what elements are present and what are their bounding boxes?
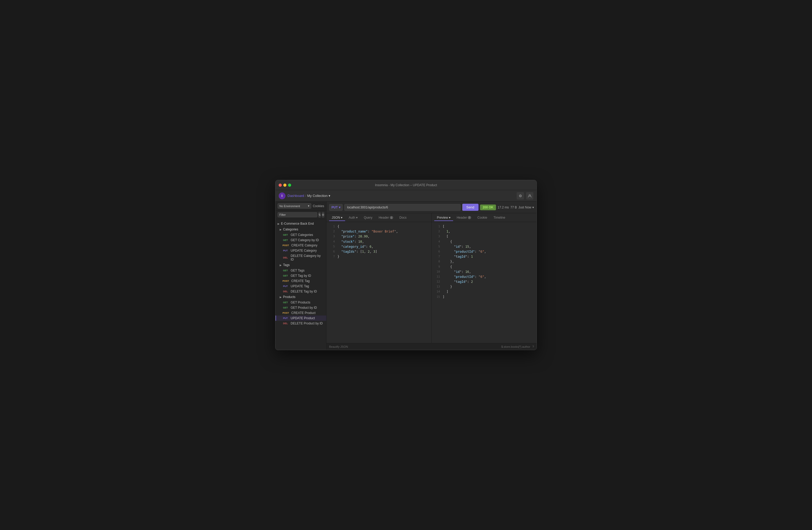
- add-button[interactable]: ⚙: [322, 212, 324, 218]
- sidebar-item-create-product[interactable]: POST CREATE Product: [275, 310, 326, 316]
- section-header-tags[interactable]: ▶ Tags: [275, 262, 326, 268]
- code-line: 5 "category_id": 6,: [327, 244, 431, 249]
- bottom-bar-right: $.store.books[*].author ?: [501, 345, 534, 348]
- code-line: 1 {: [327, 224, 431, 229]
- code-line: 15 ]: [432, 295, 537, 299]
- sort-button[interactable]: ⇅: [318, 212, 321, 218]
- tab-query[interactable]: Query: [361, 214, 375, 221]
- sidebar-item-get-tags[interactable]: GET GET Tags: [275, 268, 326, 273]
- filter-input[interactable]: [278, 212, 317, 217]
- sidebar-item-get-tag-by-id[interactable]: GET GET Tag by ID: [275, 273, 326, 278]
- sidebar-item-update-tag[interactable]: PUT UPDATE Tag: [275, 283, 326, 289]
- maximize-button[interactable]: [288, 184, 291, 187]
- code-line: 4 {: [432, 239, 537, 244]
- section-header-categories[interactable]: ▶ Categories: [275, 226, 326, 232]
- products-folder-icon: ▶: [280, 296, 282, 298]
- code-line: 2 "product_name": "Boxer Brief",: [327, 229, 431, 234]
- categories-folder-icon: ▶: [280, 228, 282, 231]
- tab-json[interactable]: JSON ▾: [329, 214, 345, 221]
- request-body-editor[interactable]: 1 { 2 "product_name": "Boxer Brief", 3 "…: [327, 222, 431, 343]
- tab-preview[interactable]: Preview ▾: [434, 214, 453, 221]
- method-badge-post: POST: [282, 279, 290, 282]
- sidebar-item-get-products[interactable]: GET GET Products: [275, 300, 326, 305]
- code-line: 8 },: [432, 259, 537, 264]
- env-selector[interactable]: No Environment ▾: [278, 203, 311, 209]
- response-size: 77 B: [510, 206, 517, 209]
- tab-docs[interactable]: Docs: [397, 214, 409, 221]
- section-header-products[interactable]: ▶ Products: [275, 294, 326, 300]
- tab-cookie[interactable]: Cookie: [475, 214, 490, 221]
- method-badge-post: POST: [282, 244, 290, 247]
- tab-response-header[interactable]: Header 7: [454, 214, 474, 221]
- jsonpath-filter[interactable]: $.store.books[*].author: [501, 345, 530, 348]
- nav-collection[interactable]: My Collection ▾: [307, 194, 330, 198]
- item-label: DELETE Tag by ID: [291, 290, 317, 293]
- sidebar-item-get-categories[interactable]: GET GET Categories: [275, 232, 326, 237]
- url-input[interactable]: [344, 204, 461, 211]
- method-badge-del: DEL: [282, 322, 289, 325]
- method-badge-get: GET: [282, 233, 289, 236]
- method-badge-get: GET: [282, 239, 289, 242]
- traffic-lights: [279, 184, 291, 187]
- tab-header[interactable]: Header 1: [376, 214, 395, 221]
- tab-auth[interactable]: Auth ▾: [346, 214, 360, 221]
- method-badge-put: PUT: [282, 249, 289, 252]
- tab-timeline[interactable]: Timeline: [491, 214, 508, 221]
- sidebar-item-delete-product[interactable]: DEL DELETE Product by ID: [275, 321, 326, 326]
- item-label: CREATE Product: [291, 311, 316, 315]
- minimize-button[interactable]: [283, 184, 287, 187]
- code-line: 11 "productId": "6",: [432, 275, 537, 279]
- help-icon[interactable]: ?: [532, 345, 534, 348]
- user-button[interactable]: [526, 192, 533, 199]
- sidebar-item-delete-category[interactable]: DEL DELETE Category by ID: [275, 253, 326, 262]
- item-label: GET Product by ID: [291, 306, 317, 309]
- item-label: GET Products: [291, 301, 310, 304]
- settings-button[interactable]: ⚙: [517, 192, 524, 199]
- method-badge-get: GET: [282, 306, 289, 309]
- sidebar-item-delete-tag[interactable]: DEL DELETE Tag by ID: [275, 289, 326, 294]
- cookies-button[interactable]: Cookies: [313, 204, 324, 208]
- send-button[interactable]: Send: [462, 204, 478, 211]
- sidebar-item-get-category-by-id[interactable]: GET GET Category by ID: [275, 237, 326, 243]
- code-line: 12 "tagId": 2: [432, 279, 537, 284]
- request-tab-bar: JSON ▾ Auth ▾ Query Header 1 Docs: [327, 213, 431, 222]
- sidebar-item-update-category[interactable]: PUT UPDATE Category: [275, 248, 326, 253]
- item-label: DELETE Product by ID: [291, 322, 323, 325]
- item-label: GET Categories: [291, 233, 313, 237]
- method-badge-del: DEL: [282, 256, 289, 259]
- response-panel: Preview ▾ Header 7 Cookie Timeline 1: [432, 213, 537, 343]
- method-selector[interactable]: PUT ▾: [329, 204, 343, 211]
- bottom-bar-left: Beautify JSON: [329, 345, 501, 348]
- logo-icon: I: [281, 194, 282, 198]
- code-line: 14 ]: [432, 289, 537, 294]
- request-bar: PUT ▾ Send 200 OK 17.2 ms 77 B Just Now …: [327, 201, 537, 213]
- sidebar: No Environment ▾ Cookies ⇅ ⚙ ▶ E-Commerc…: [275, 201, 327, 350]
- code-line: 6 "tagIds": [1, 2, 3]: [327, 249, 431, 254]
- tags-folder-icon: ▶: [280, 264, 282, 267]
- products-label: Products: [283, 295, 295, 299]
- sidebar-content: ▶ E-Commerce Back End ▶ Categories GET G…: [275, 219, 326, 350]
- beautify-json-label[interactable]: Beautify JSON: [329, 345, 348, 348]
- sidebar-item-create-tag[interactable]: POST CREATE Tag: [275, 278, 326, 283]
- status-badge: 200 OK: [480, 205, 496, 210]
- timestamp[interactable]: Just Now ▾: [519, 206, 534, 209]
- code-line: 6 "productId": "6",: [432, 249, 537, 254]
- code-line: 4 "stock": 10,: [327, 239, 431, 244]
- sidebar-item-get-product-by-id[interactable]: GET GET Product by ID: [275, 305, 326, 310]
- response-body-viewer: 1 [ 2 1, 3 [ 4 {: [432, 222, 537, 343]
- item-label: GET Tag by ID: [291, 274, 311, 278]
- header-right: ⚙: [517, 192, 533, 199]
- close-button[interactable]: [279, 184, 282, 187]
- nav-dashboard[interactable]: Dashboard: [288, 194, 304, 198]
- sidebar-toolbar: No Environment ▾ Cookies: [275, 201, 326, 211]
- code-line: 3 "price": 20.99,: [327, 234, 431, 239]
- collection-header[interactable]: ▶ E-Commerce Back End: [275, 221, 326, 226]
- method-badge-put: PUT: [282, 317, 289, 320]
- code-line: 9 {: [432, 264, 537, 269]
- app-header: I Dashboard / My Collection ▾ ⚙: [275, 190, 537, 201]
- method-badge-get: GET: [282, 301, 289, 304]
- code-line: 2 1,: [432, 229, 537, 234]
- sidebar-item-create-category[interactable]: POST CREATE Category: [275, 243, 326, 248]
- sidebar-item-update-product[interactable]: PUT UPDATE Product: [275, 316, 326, 321]
- sidebar-filter-bar: ⇅ ⚙: [275, 211, 326, 219]
